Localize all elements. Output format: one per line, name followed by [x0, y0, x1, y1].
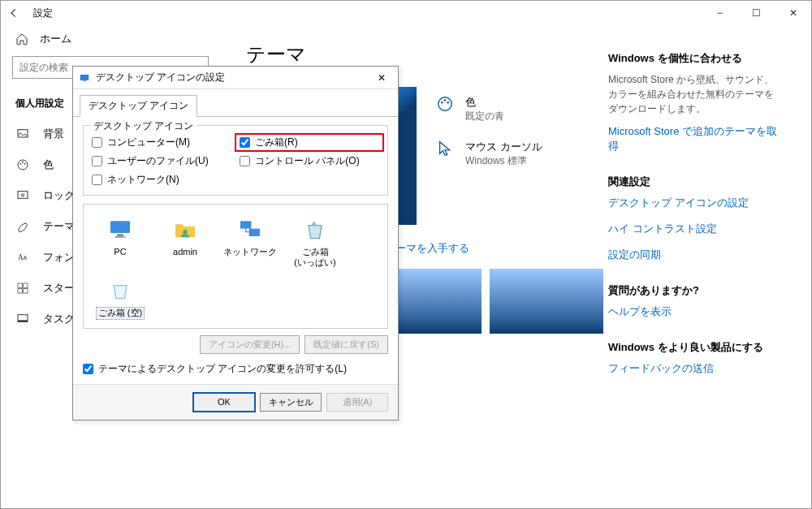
- cursor-value: Windows 標準: [465, 154, 542, 168]
- icon-user[interactable]: admin: [157, 216, 214, 268]
- icon-label: PC: [92, 247, 149, 257]
- sidebar-item-label: 背景: [43, 127, 64, 141]
- icon-pc[interactable]: PC: [92, 216, 149, 268]
- window-title: 設定: [33, 6, 53, 20]
- dialog-tabs: デスクトップ アイコン: [73, 89, 398, 116]
- svg-point-2: [19, 163, 21, 165]
- svg-text:A: A: [18, 253, 24, 261]
- dialog-titlebar[interactable]: デスクトップ アイコンの設定 ✕: [73, 67, 398, 89]
- reset-defaults-button[interactable]: 既定値に戻す(S): [304, 335, 388, 354]
- change-icon-button[interactable]: アイコンの変更(H)...: [200, 335, 300, 354]
- svg-rect-29: [249, 229, 260, 236]
- pc-icon: [106, 216, 134, 244]
- tab-desktop-icons[interactable]: デスクトップ アイコン: [80, 95, 197, 117]
- svg-point-20: [447, 101, 449, 104]
- help-link[interactable]: ヘルプを表示: [608, 304, 779, 319]
- icon-recycle-empty[interactable]: ごみ箱 (空): [92, 276, 149, 319]
- apply-button[interactable]: 適用(A): [326, 393, 388, 412]
- svg-point-27: [183, 230, 187, 234]
- check-userfiles-box[interactable]: [92, 156, 102, 166]
- check-recycle[interactable]: ごみ箱(R): [235, 133, 384, 152]
- svg-rect-14: [18, 320, 28, 321]
- svg-rect-0: [18, 130, 28, 137]
- recycle-empty-icon: [106, 276, 134, 304]
- svg-rect-12: [24, 289, 28, 293]
- ok-button[interactable]: OK: [193, 393, 255, 412]
- svg-text:A: A: [24, 255, 28, 261]
- palette-icon: [15, 157, 30, 172]
- picture-icon: [15, 127, 30, 141]
- svg-rect-25: [117, 234, 123, 236]
- svg-point-3: [22, 162, 24, 163]
- svg-point-19: [444, 99, 447, 101]
- dialog-body: デスクトップ アイコン コンピューター(M) ごみ箱(R) ユーザーのファイル(…: [73, 116, 398, 384]
- dialog-footer: OK キャンセル 適用(A): [73, 384, 398, 420]
- theme-cursor-row[interactable]: マウス カーソルWindows 標準: [436, 140, 542, 168]
- check-userfiles[interactable]: ユーザーのファイル(U): [92, 154, 231, 168]
- start-icon: [15, 281, 30, 295]
- check-computer-box[interactable]: [92, 137, 102, 148]
- sidebar-home-label: ホーム: [40, 32, 71, 46]
- maximize-button[interactable]: ☐: [738, 1, 775, 25]
- svg-rect-6: [22, 194, 24, 196]
- svg-point-4: [24, 163, 26, 165]
- close-button[interactable]: ✕: [775, 1, 811, 25]
- sidebar-item-label: テーマ: [43, 219, 75, 234]
- check-computer[interactable]: コンピューター(M): [92, 136, 231, 149]
- network-icon: [236, 216, 264, 244]
- check-controlpanel[interactable]: コントロール パネル(O): [240, 154, 379, 168]
- svg-rect-11: [18, 289, 22, 293]
- feedback-title: Windows をより良い製品にする: [608, 340, 779, 355]
- desktop-icon-settings-dialog: デスクトップ アイコンの設定 ✕ デスクトップ アイコン デスクトップ アイコン…: [72, 66, 399, 421]
- titlebar: 設定: [1, 1, 811, 25]
- palette-icon: [436, 95, 454, 113]
- lock-screen-icon: [15, 188, 30, 203]
- color-label: 色: [465, 95, 504, 110]
- right-column: Windows を個性に合わせる Microsoft Store から壁紙、サウ…: [608, 51, 779, 397]
- fieldset-legend: デスクトップ アイコン: [90, 119, 197, 133]
- dialog-title: デスクトップ アイコンの設定: [96, 71, 370, 84]
- check-network-box[interactable]: [92, 175, 102, 185]
- icon-recycle-full[interactable]: ごみ箱(いっぱい): [287, 216, 343, 268]
- related-link-sync[interactable]: 設定の同期: [608, 248, 779, 262]
- recycle-full-icon: [301, 216, 329, 244]
- related-link-high-contrast[interactable]: ハイ コントラスト設定: [608, 222, 779, 236]
- icon-label: ごみ箱 (空): [96, 307, 145, 319]
- theme-color-row[interactable]: 色既定の青: [436, 95, 542, 123]
- icon-label: ネットワーク: [222, 247, 279, 257]
- cursor-icon: [436, 140, 454, 157]
- allow-theme-checkbox[interactable]: [83, 364, 93, 374]
- icon-label: admin: [157, 247, 214, 257]
- check-controlpanel-box[interactable]: [240, 156, 250, 166]
- icon-network[interactable]: ネットワーク: [222, 216, 279, 268]
- back-icon[interactable]: [7, 6, 20, 19]
- svg-rect-24: [110, 221, 130, 233]
- personalize-desc: Microsoft Store から壁紙、サウンド、カラーを組み合わせた無料のテ…: [608, 72, 779, 116]
- minimize-button[interactable]: −: [702, 1, 738, 25]
- svg-rect-9: [18, 283, 22, 287]
- allow-theme-check[interactable]: テーマによるデスクトップ アイコンの変更を許可する(L): [83, 362, 388, 376]
- svg-rect-23: [83, 80, 86, 80]
- svg-rect-26: [114, 236, 125, 238]
- desktop-icons-fieldset: デスクトップ アイコン コンピューター(M) ごみ箱(R) ユーザーのファイル(…: [83, 125, 388, 196]
- theme-thumb[interactable]: [490, 269, 603, 334]
- dialog-close-button[interactable]: ✕: [370, 72, 393, 84]
- dialog-app-icon: [78, 71, 91, 84]
- feedback-link[interactable]: フィードバックの送信: [608, 361, 779, 376]
- cursor-label: マウス カーソル: [465, 140, 542, 154]
- svg-rect-22: [80, 74, 89, 80]
- sidebar-home[interactable]: ホーム: [1, 25, 220, 56]
- font-icon: AA: [15, 250, 30, 265]
- personalize-title: Windows を個性に合わせる: [608, 51, 779, 66]
- personalize-link[interactable]: Microsoft Store で追加のテーマを取得: [608, 124, 779, 153]
- check-recycle-box[interactable]: [240, 137, 250, 148]
- cancel-button[interactable]: キャンセル: [260, 393, 322, 412]
- related-link-desktop-icons[interactable]: デスクトップ アイコンの設定: [608, 196, 779, 210]
- icon-label: ごみ箱(いっぱい): [287, 247, 343, 268]
- theme-icon: [15, 219, 30, 234]
- related-title: 関連設定: [608, 175, 779, 189]
- check-network[interactable]: ネットワーク(N): [92, 173, 231, 187]
- sidebar-item-label: 色: [43, 157, 54, 172]
- taskbar-icon: [15, 312, 30, 326]
- svg-point-18: [441, 101, 443, 104]
